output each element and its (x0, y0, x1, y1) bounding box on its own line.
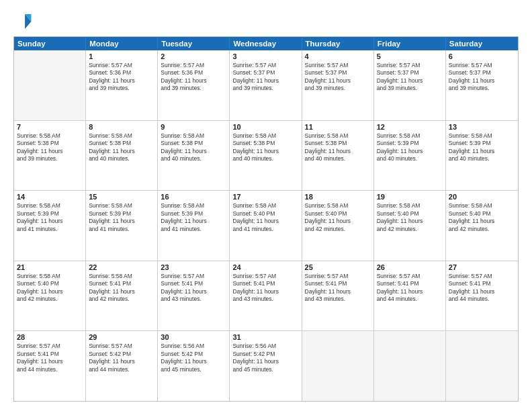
header-cell-saturday: Saturday (446, 37, 518, 50)
cal-cell-empty-6 (446, 331, 518, 401)
day-info: Sunrise: 5:57 AM Sunset: 5:41 PM Dayligh… (232, 273, 298, 304)
day-info: Sunrise: 5:56 AM Sunset: 5:42 PM Dayligh… (232, 342, 298, 373)
calendar-header: SundayMondayTuesdayWednesdayThursdayFrid… (14, 37, 518, 50)
day-number: 2 (161, 52, 226, 60)
day-info: Sunrise: 5:57 AM Sunset: 5:41 PM Dayligh… (377, 273, 443, 304)
day-info: Sunrise: 5:57 AM Sunset: 5:41 PM Dayligh… (161, 273, 226, 304)
day-number: 15 (89, 193, 154, 201)
week-row-3: 14Sunrise: 5:58 AM Sunset: 5:39 PM Dayli… (14, 190, 518, 261)
day-info: Sunrise: 5:58 AM Sunset: 5:39 PM Dayligh… (89, 202, 154, 233)
day-info: Sunrise: 5:58 AM Sunset: 5:40 PM Dayligh… (232, 202, 298, 233)
header-cell-sunday: Sunday (14, 37, 86, 50)
day-number: 11 (305, 123, 371, 131)
day-info: Sunrise: 5:58 AM Sunset: 5:39 PM Dayligh… (377, 132, 443, 163)
day-info: Sunrise: 5:58 AM Sunset: 5:39 PM Dayligh… (161, 202, 226, 233)
calendar: SundayMondayTuesdayWednesdayThursdayFrid… (13, 36, 519, 402)
cal-cell-20: 20Sunrise: 5:58 AM Sunset: 5:40 PM Dayli… (446, 191, 518, 261)
day-info: Sunrise: 5:58 AM Sunset: 5:38 PM Dayligh… (232, 132, 298, 163)
week-row-4: 21Sunrise: 5:58 AM Sunset: 5:40 PM Dayli… (14, 261, 518, 331)
week-row-2: 7Sunrise: 5:58 AM Sunset: 5:38 PM Daylig… (14, 120, 518, 191)
cal-cell-25: 25Sunrise: 5:57 AM Sunset: 5:41 PM Dayli… (302, 261, 374, 331)
cal-cell-empty-5 (374, 331, 446, 401)
cal-cell-7: 7Sunrise: 5:58 AM Sunset: 5:38 PM Daylig… (14, 121, 86, 191)
cal-cell-11: 11Sunrise: 5:58 AM Sunset: 5:38 PM Dayli… (302, 121, 374, 191)
cal-cell-17: 17Sunrise: 5:58 AM Sunset: 5:40 PM Dayli… (230, 191, 302, 261)
day-info: Sunrise: 5:58 AM Sunset: 5:40 PM Dayligh… (305, 202, 371, 233)
cal-cell-29: 29Sunrise: 5:57 AM Sunset: 5:42 PM Dayli… (86, 331, 158, 401)
header-cell-monday: Monday (86, 37, 158, 50)
cal-cell-9: 9Sunrise: 5:58 AM Sunset: 5:38 PM Daylig… (158, 121, 230, 191)
day-number: 31 (232, 333, 298, 341)
day-info: Sunrise: 5:57 AM Sunset: 5:37 PM Dayligh… (232, 62, 298, 93)
cal-cell-30: 30Sunrise: 5:56 AM Sunset: 5:42 PM Dayli… (158, 331, 230, 401)
cal-cell-13: 13Sunrise: 5:58 AM Sunset: 5:39 PM Dayli… (446, 121, 518, 191)
cal-cell-3: 3Sunrise: 5:57 AM Sunset: 5:37 PM Daylig… (230, 50, 302, 120)
cal-cell-8: 8Sunrise: 5:58 AM Sunset: 5:38 PM Daylig… (86, 121, 158, 191)
day-info: Sunrise: 5:56 AM Sunset: 5:42 PM Dayligh… (161, 342, 226, 373)
day-info: Sunrise: 5:57 AM Sunset: 5:42 PM Dayligh… (89, 342, 154, 373)
cal-cell-22: 22Sunrise: 5:58 AM Sunset: 5:41 PM Dayli… (86, 261, 158, 331)
header-cell-tuesday: Tuesday (158, 37, 230, 50)
day-info: Sunrise: 5:57 AM Sunset: 5:41 PM Dayligh… (17, 342, 83, 373)
day-info: Sunrise: 5:58 AM Sunset: 5:39 PM Dayligh… (17, 202, 83, 233)
day-number: 8 (89, 123, 154, 131)
cal-cell-1: 1Sunrise: 5:57 AM Sunset: 5:36 PM Daylig… (86, 50, 158, 120)
day-info: Sunrise: 5:57 AM Sunset: 5:41 PM Dayligh… (305, 273, 371, 304)
cal-cell-6: 6Sunrise: 5:57 AM Sunset: 5:37 PM Daylig… (446, 50, 518, 120)
day-number: 13 (449, 123, 515, 131)
cal-cell-23: 23Sunrise: 5:57 AM Sunset: 5:41 PM Dayli… (158, 261, 230, 331)
day-info: Sunrise: 5:58 AM Sunset: 5:38 PM Dayligh… (89, 132, 154, 163)
day-number: 14 (17, 193, 83, 201)
logo-icon (13, 12, 32, 31)
cal-cell-14: 14Sunrise: 5:58 AM Sunset: 5:39 PM Dayli… (14, 191, 86, 261)
cal-cell-15: 15Sunrise: 5:58 AM Sunset: 5:39 PM Dayli… (86, 191, 158, 261)
cal-cell-27: 27Sunrise: 5:57 AM Sunset: 5:41 PM Dayli… (446, 261, 518, 331)
cal-cell-31: 31Sunrise: 5:56 AM Sunset: 5:42 PM Dayli… (230, 331, 302, 401)
day-number: 1 (89, 52, 154, 60)
week-row-1: 1Sunrise: 5:57 AM Sunset: 5:36 PM Daylig… (14, 50, 518, 120)
day-info: Sunrise: 5:57 AM Sunset: 5:41 PM Dayligh… (449, 273, 515, 304)
page: SundayMondayTuesdayWednesdayThursdayFrid… (0, 0, 532, 411)
cal-cell-24: 24Sunrise: 5:57 AM Sunset: 5:41 PM Dayli… (230, 261, 302, 331)
day-number: 21 (17, 263, 83, 271)
cal-cell-12: 12Sunrise: 5:58 AM Sunset: 5:39 PM Dayli… (374, 121, 446, 191)
cal-cell-18: 18Sunrise: 5:58 AM Sunset: 5:40 PM Dayli… (302, 191, 374, 261)
day-number: 7 (17, 123, 83, 131)
day-number: 27 (449, 263, 515, 271)
cal-cell-26: 26Sunrise: 5:57 AM Sunset: 5:41 PM Dayli… (374, 261, 446, 331)
day-number: 6 (449, 52, 515, 60)
header-cell-friday: Friday (374, 37, 446, 50)
day-info: Sunrise: 5:58 AM Sunset: 5:41 PM Dayligh… (89, 273, 154, 304)
cal-cell-empty-0 (14, 50, 86, 120)
day-number: 4 (305, 52, 371, 60)
cal-cell-16: 16Sunrise: 5:58 AM Sunset: 5:39 PM Dayli… (158, 191, 230, 261)
day-number: 10 (232, 123, 298, 131)
day-number: 12 (377, 123, 443, 131)
cal-cell-2: 2Sunrise: 5:57 AM Sunset: 5:36 PM Daylig… (158, 50, 230, 120)
day-info: Sunrise: 5:58 AM Sunset: 5:38 PM Dayligh… (161, 132, 226, 163)
header (13, 12, 519, 31)
day-number: 26 (377, 263, 443, 271)
day-info: Sunrise: 5:58 AM Sunset: 5:38 PM Dayligh… (305, 132, 371, 163)
calendar-body: 1Sunrise: 5:57 AM Sunset: 5:36 PM Daylig… (14, 50, 518, 401)
logo (13, 12, 35, 31)
day-number: 3 (232, 52, 298, 60)
day-number: 9 (161, 123, 226, 131)
day-info: Sunrise: 5:58 AM Sunset: 5:40 PM Dayligh… (449, 202, 515, 233)
week-row-5: 28Sunrise: 5:57 AM Sunset: 5:41 PM Dayli… (14, 330, 518, 401)
day-number: 23 (161, 263, 226, 271)
cal-cell-4: 4Sunrise: 5:57 AM Sunset: 5:37 PM Daylig… (302, 50, 374, 120)
day-number: 17 (232, 193, 298, 201)
day-number: 22 (89, 263, 154, 271)
day-number: 24 (232, 263, 298, 271)
cal-cell-5: 5Sunrise: 5:57 AM Sunset: 5:37 PM Daylig… (374, 50, 446, 120)
day-info: Sunrise: 5:58 AM Sunset: 5:40 PM Dayligh… (377, 202, 443, 233)
cal-cell-empty-4 (302, 331, 374, 401)
day-info: Sunrise: 5:57 AM Sunset: 5:36 PM Dayligh… (161, 62, 226, 93)
cal-cell-10: 10Sunrise: 5:58 AM Sunset: 5:38 PM Dayli… (230, 121, 302, 191)
day-info: Sunrise: 5:57 AM Sunset: 5:36 PM Dayligh… (89, 62, 154, 93)
day-number: 19 (377, 193, 443, 201)
day-number: 30 (161, 333, 226, 341)
day-info: Sunrise: 5:57 AM Sunset: 5:37 PM Dayligh… (449, 62, 515, 93)
day-number: 5 (377, 52, 443, 60)
